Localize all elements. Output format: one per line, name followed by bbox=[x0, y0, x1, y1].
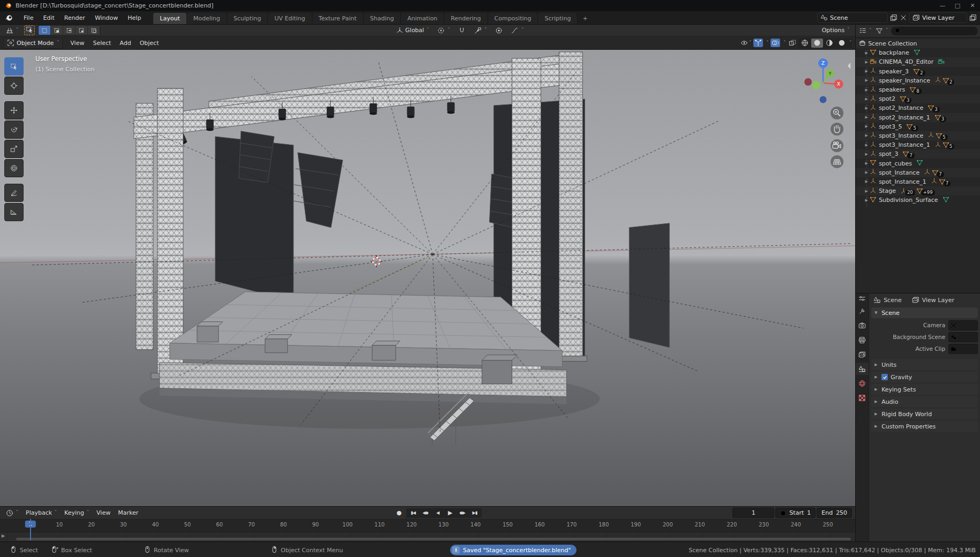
gizmo-neg-x[interactable] bbox=[804, 78, 812, 86]
properties-tab-world[interactable] bbox=[856, 377, 869, 389]
properties-editor-type-button[interactable] bbox=[858, 295, 866, 303]
3d-cursor[interactable] bbox=[371, 255, 383, 267]
nav-pan-button[interactable] bbox=[831, 123, 843, 136]
pivot-point-dropdown[interactable]: ˇ bbox=[435, 26, 452, 35]
ruler-tick-160[interactable]: 160 bbox=[535, 522, 545, 528]
timeline-editor-type-button[interactable]: ˇ bbox=[3, 509, 21, 517]
navigation-gizmo[interactable]: Z Y X bbox=[804, 58, 843, 103]
outliner-row-spot3-5[interactable]: ▶spot3_55 bbox=[856, 122, 980, 131]
breadcrumb-view-layer[interactable]: View Layer bbox=[922, 297, 954, 304]
select-mode-set[interactable] bbox=[39, 26, 51, 35]
snap-toggle[interactable] bbox=[455, 26, 468, 35]
outliner-row-speaker-3[interactable]: ▶speaker_32 bbox=[856, 67, 980, 76]
transform-orientation-dropdown[interactable]: Global ˇ bbox=[393, 26, 431, 35]
nav-camera-button[interactable] bbox=[831, 139, 843, 152]
jump-to-end-button[interactable]: ▶▮ bbox=[469, 509, 481, 517]
properties-tab-output[interactable] bbox=[856, 334, 869, 346]
ruler-tick-220[interactable]: 220 bbox=[727, 522, 737, 528]
outliner-row-cinema-4d-editor[interactable]: ▶CINEMA_4D_Editor bbox=[856, 57, 980, 66]
editor-type-button[interactable]: ˇ bbox=[3, 26, 21, 35]
ruler-tick-230[interactable]: 230 bbox=[759, 522, 769, 528]
timeline-menu-marker[interactable]: Marker bbox=[114, 509, 142, 516]
panel-keying-sets[interactable]: ▶Keying Sets bbox=[871, 384, 978, 395]
outliner-row-speaker-instance[interactable]: ▶speaker_Instance2 bbox=[856, 76, 980, 85]
play-reverse-button[interactable]: ◀ bbox=[432, 509, 444, 517]
menu-render[interactable]: Render bbox=[59, 14, 90, 21]
disclosure-arrow[interactable]: ▶ bbox=[863, 124, 870, 129]
panel-rigid-body-world[interactable]: ▶Rigid Body World bbox=[871, 409, 978, 419]
viewport-3d-scene[interactable]: Z Y X bbox=[0, 50, 855, 506]
close-button[interactable]: ✕ bbox=[965, 2, 980, 9]
workspace-tab-texture-paint[interactable]: Texture Paint bbox=[312, 13, 364, 24]
ruler-tick-60[interactable]: 60 bbox=[216, 522, 223, 528]
ruler-tick-130[interactable]: 130 bbox=[438, 522, 448, 528]
disclosure-arrow[interactable]: ▶ bbox=[863, 78, 870, 82]
tool-scale[interactable] bbox=[4, 140, 24, 158]
snap-target-dropdown[interactable]: ˇ bbox=[472, 26, 489, 35]
panel-gravity[interactable]: ▶Gravity bbox=[871, 372, 978, 382]
active-tool-indicator[interactable] bbox=[24, 25, 35, 35]
ruler-tick-250[interactable]: 250 bbox=[822, 522, 833, 528]
workspace-tab-shading[interactable]: Shading bbox=[364, 13, 401, 24]
ruler-tick-210[interactable]: 210 bbox=[694, 522, 705, 528]
select-mode-extend[interactable] bbox=[51, 26, 63, 35]
stage-deck[interactable] bbox=[160, 292, 567, 404]
disclosure-arrow[interactable]: ▶ bbox=[863, 143, 870, 147]
playhead[interactable] bbox=[30, 519, 31, 540]
disclosure-arrow[interactable]: ▶ bbox=[863, 133, 870, 138]
panel-custom-properties[interactable]: ▶Custom Properties bbox=[871, 421, 978, 432]
ruler-tick-200[interactable]: 200 bbox=[663, 522, 673, 528]
properties-tab-view-layer[interactable] bbox=[856, 348, 869, 360]
interaction-mode-dropdown[interactable]: Object Mode ˇ bbox=[3, 37, 63, 49]
tool-annotate[interactable] bbox=[4, 184, 24, 202]
properties-tab-texture[interactable] bbox=[856, 392, 869, 404]
workspace-tab-uv-editing[interactable]: UV Editing bbox=[268, 13, 312, 24]
ruler-tick-170[interactable]: 170 bbox=[566, 522, 577, 528]
outliner-row-spot3-instance[interactable]: ▶spot3_Instance5 bbox=[856, 131, 980, 140]
ruler-tick-240[interactable]: 240 bbox=[791, 522, 801, 528]
tool-select-box[interactable] bbox=[4, 57, 24, 76]
select-mode-subtract[interactable] bbox=[63, 26, 76, 35]
ruler-tick-50[interactable]: 50 bbox=[184, 522, 191, 528]
options-dropdown[interactable]: Options ˇ bbox=[819, 26, 852, 34]
sidebar-toggle-arrow[interactable] bbox=[848, 63, 850, 69]
nav-zoom-button[interactable] bbox=[831, 107, 843, 119]
menu-edit[interactable]: Edit bbox=[38, 14, 59, 21]
viewport-menu-object[interactable]: Object bbox=[136, 40, 163, 47]
minimize-button[interactable]: — bbox=[935, 2, 950, 9]
background-scene-field[interactable] bbox=[948, 332, 978, 342]
panel-units[interactable]: ▶Units bbox=[871, 359, 978, 370]
ruler-tick-20[interactable]: 20 bbox=[88, 522, 95, 528]
current-frame-field[interactable]: 1 bbox=[732, 508, 774, 518]
gizmo-neg-z[interactable] bbox=[820, 96, 827, 103]
tool-transform[interactable] bbox=[4, 159, 24, 177]
ruler-tick-80[interactable]: 80 bbox=[280, 522, 287, 528]
jump-to-start-button[interactable]: ▮◀ bbox=[407, 509, 419, 517]
ruler-tick-180[interactable]: 180 bbox=[599, 522, 609, 528]
workspace-tab-compositing[interactable]: Compositing bbox=[488, 13, 538, 24]
auto-keying-toggle[interactable]: ● bbox=[393, 509, 405, 517]
ruler-tick-70[interactable]: 70 bbox=[248, 522, 255, 528]
scene-panel-header[interactable]: ▼ Scene bbox=[871, 307, 978, 318]
workspace-tab-animation[interactable]: Animation bbox=[401, 13, 444, 24]
disclosure-arrow[interactable]: ▶ bbox=[863, 60, 870, 64]
workspace-tab-rendering[interactable]: Rendering bbox=[444, 13, 488, 24]
ruler-tick-100[interactable]: 100 bbox=[342, 522, 353, 528]
select-mode-invert[interactable] bbox=[76, 26, 88, 35]
tool-rotate[interactable] bbox=[4, 121, 24, 139]
disclosure-arrow[interactable]: ▶ bbox=[863, 179, 870, 184]
ruler-tick-90[interactable]: 90 bbox=[312, 522, 319, 528]
unlink-scene-button[interactable] bbox=[900, 14, 907, 21]
disclosure-arrow[interactable]: ▶ bbox=[863, 115, 870, 119]
disclosure-arrow[interactable]: ▶ bbox=[863, 152, 870, 156]
show-gizmo-toggle[interactable] bbox=[753, 39, 763, 47]
disclosure-arrow[interactable]: ▶ bbox=[863, 97, 870, 101]
jump-to-next-keyframe-button[interactable]: ◆▶ bbox=[457, 509, 468, 517]
timeline-menu-keying[interactable]: Keying ˇ bbox=[61, 509, 93, 516]
properties-tab-tool[interactable] bbox=[856, 305, 869, 317]
frame-start-field[interactable]: Start 1 bbox=[775, 508, 816, 518]
disclosure-arrow[interactable]: ▶ bbox=[863, 69, 870, 73]
properties-tab-scene[interactable] bbox=[856, 363, 869, 375]
viewport-menu-select[interactable]: Select bbox=[88, 40, 115, 47]
ruler-tick-40[interactable]: 40 bbox=[152, 522, 159, 528]
